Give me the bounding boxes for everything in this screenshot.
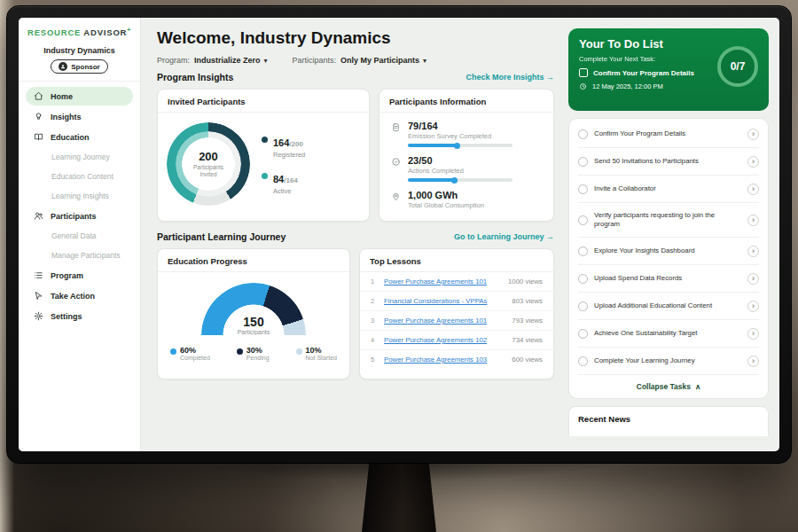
task-row-send-invitations[interactable]: Send 50 Invitations to Participants ›	[578, 148, 759, 176]
stat-global-consumption: 1,000 GWh Total Global Consumption	[390, 190, 543, 209]
home-icon	[33, 91, 44, 101]
checkbox-circle-icon[interactable]	[578, 246, 588, 256]
task-label: Upload Spend Data Records	[594, 274, 741, 284]
lesson-link[interactable]: Power Purchase Agreements 102	[384, 336, 505, 344]
task-label: Achieve One Sustainability Target	[594, 329, 741, 339]
task-row-verify-participants[interactable]: Verify participants requesting to join t…	[578, 203, 759, 238]
chevron-right-icon[interactable]: ›	[747, 301, 759, 312]
sidebar-item-participants[interactable]: Participants	[26, 207, 133, 225]
filters-row: Program: Industrialize Zero ▾ Participan…	[157, 56, 554, 65]
app-logo: RESOURCE ADVISOR+	[26, 27, 133, 37]
lesson-link[interactable]: Financial Considerations - VPPAs	[384, 297, 505, 305]
lesson-row[interactable]: 3 Power Purchase Agreements 101 793 view…	[360, 311, 553, 331]
sponsor-badge[interactable]: Sponsor	[51, 59, 107, 74]
card-title: Invited Participants	[158, 90, 369, 113]
task-row-upload-spend-data[interactable]: Upload Spend Data Records ›	[578, 265, 759, 293]
donut-center: 200 Participants Invited	[167, 122, 250, 206]
checkbox-circle-icon[interactable]	[578, 184, 588, 194]
task-label: Send 50 Invitations to Participants	[594, 157, 741, 167]
sidebar-item-program[interactable]: Program	[26, 266, 133, 285]
sidebar-item-insights[interactable]: Insights	[26, 107, 133, 126]
sidebar-item-label: Manage Participants	[51, 251, 121, 260]
sidebar-item-label: Learning Insights	[51, 192, 109, 200]
sponsor-badge-label: Sponsor	[71, 63, 99, 71]
stat-label: Total Global Consumption	[408, 201, 484, 209]
sidebar-item-label: Insights	[51, 113, 82, 121]
task-label: Complete Your Learning Journey	[594, 356, 741, 366]
task-row-upload-educational-content[interactable]: Upload Additional Educational Content ›	[578, 293, 759, 320]
monitor-bezel: RESOURCE ADVISOR+ Industry Dynamics Spon…	[6, 5, 792, 464]
task-row-explore-insights[interactable]: Explore Your Insights Dashboard ›	[578, 238, 759, 265]
stat-value: 79/164	[408, 121, 512, 131]
chevron-down-icon: ▾	[264, 57, 268, 65]
lesson-row[interactable]: 2 Financial Considerations - VPPAs 803 v…	[360, 292, 553, 311]
legend-label: Pending	[246, 355, 270, 361]
checkbox-circle-icon[interactable]	[578, 274, 588, 284]
chevron-right-icon[interactable]: ›	[747, 246, 759, 257]
check-more-insights-link[interactable]: Check More Insights →	[466, 73, 554, 82]
education-progress-gauge-chart: 150 Participants	[201, 283, 306, 335]
todo-task-list: Confirm Your Program Details › Send 50 I…	[568, 118, 769, 399]
sidebar-item-education-content[interactable]: Education Content	[26, 168, 133, 185]
progress-bar	[408, 144, 512, 147]
participants-filter[interactable]: Participants: Only My Participants ▾	[293, 56, 427, 65]
sidebar-item-learning-insights[interactable]: Learning Insights	[26, 187, 133, 205]
recent-news-header[interactable]: Recent News	[568, 406, 769, 436]
lesson-rank: 5	[371, 356, 377, 364]
legend-active: 84/164 Active	[262, 170, 305, 195]
lesson-link[interactable]: Power Purchase Agreements 101	[384, 317, 505, 325]
lesson-row[interactable]: 5 Power Purchase Agreements 103 600 view…	[360, 350, 553, 369]
chevron-right-icon[interactable]: ›	[747, 328, 759, 340]
chevron-right-icon[interactable]: ›	[747, 215, 759, 226]
sidebar-item-education[interactable]: Education	[26, 128, 133, 146]
checkbox-circle-icon[interactable]	[578, 215, 588, 225]
sidebar-item-home[interactable]: Home	[26, 87, 133, 106]
collapse-tasks-button[interactable]: Collapse Tasks ∧	[578, 375, 759, 395]
task-label: Confirm Your Program Details	[594, 129, 741, 139]
logo-advisor: ADVISOR	[83, 27, 127, 37]
chevron-right-icon[interactable]: ›	[747, 273, 759, 285]
learning-journey-header: Participant Learning Journey Go to Learn…	[157, 231, 554, 242]
program-filter-value: Industrialize Zero	[194, 56, 261, 65]
sidebar-item-take-action[interactable]: Take Action	[26, 286, 133, 305]
chevron-right-icon[interactable]: ›	[747, 184, 759, 195]
checkbox-circle-icon[interactable]	[578, 301, 588, 311]
todo-panel: Your To Do List Complete Your Next Task:…	[567, 18, 779, 451]
chevron-right-icon[interactable]: ›	[747, 129, 759, 140]
checkbox-circle-icon[interactable]	[578, 356, 588, 366]
program-insights-header: Program Insights Check More Insights →	[157, 72, 554, 82]
chevron-right-icon[interactable]: ›	[747, 356, 759, 367]
todo-summary-card: Your To Do List Complete Your Next Task:…	[568, 28, 769, 111]
checkbox-circle-icon[interactable]	[578, 329, 588, 339]
sidebar-item-learning-journey[interactable]: Learning Journey	[26, 148, 133, 166]
card-title: Participants Information	[379, 90, 553, 113]
lesson-link[interactable]: Power Purchase Agreements 103	[384, 356, 505, 364]
program-filter[interactable]: Program: Industrialize Zero ▾	[157, 56, 268, 65]
sidebar-item-manage-participants[interactable]: Manage Participants	[26, 246, 133, 264]
task-row-invite-collaborator[interactable]: Invite a Collaborator ›	[578, 176, 759, 203]
checkbox-icon[interactable]	[579, 68, 588, 77]
gauge-center: 150 Participants	[201, 315, 306, 335]
go-to-learning-journey-link[interactable]: Go to Learning Journey →	[454, 232, 554, 241]
location-pin-icon	[390, 190, 401, 209]
task-row-complete-learning-journey[interactable]: Complete Your Learning Journey ›	[578, 348, 759, 375]
task-row-achieve-target[interactable]: Achieve One Sustainability Target ›	[578, 320, 759, 348]
arrow-right-icon: →	[546, 73, 554, 82]
legend-total: /200	[289, 140, 303, 148]
sidebar-item-label: Program	[51, 271, 83, 280]
progress-bar-fill	[408, 178, 456, 182]
task-row-confirm-program[interactable]: Confirm Your Program Details ›	[578, 121, 759, 148]
education-progress-card: Education Progress 150 Participants	[157, 248, 350, 379]
sidebar-item-label: Education Content	[51, 172, 113, 181]
checkbox-circle-icon[interactable]	[578, 157, 588, 167]
lesson-row[interactable]: 4 Power Purchase Agreements 102 734 view…	[360, 331, 553, 350]
checkbox-circle-icon[interactable]	[578, 129, 588, 139]
invited-participants-card: Invited Participants 200 Participants In…	[157, 89, 370, 222]
chevron-right-icon[interactable]: ›	[747, 156, 759, 168]
sidebar-item-settings[interactable]: Settings	[26, 307, 133, 325]
stat-label: Emission Survey Completed	[408, 132, 512, 140]
lesson-row[interactable]: 1 Power Purchase Agreements 101 1000 vie…	[360, 272, 553, 292]
lesson-link[interactable]: Power Purchase Agreements 101	[384, 278, 501, 286]
sidebar-item-general-data[interactable]: General Data	[26, 227, 133, 245]
progress-bar-fill	[408, 144, 458, 147]
